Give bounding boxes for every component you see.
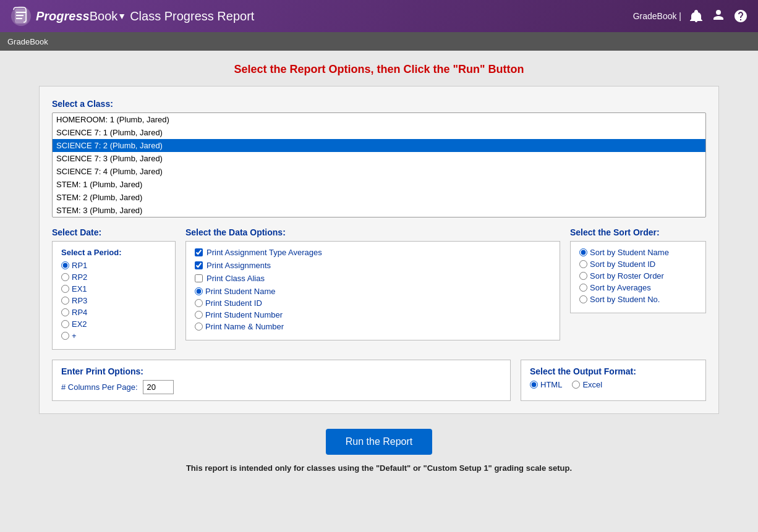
sort-order-section: Select the Sort Order: Sort by Student N… bbox=[570, 227, 706, 350]
columns-per-page-label: # Columns Per Page: bbox=[61, 382, 138, 392]
help-icon[interactable] bbox=[733, 9, 748, 23]
header-actions: GradeBook | bbox=[633, 9, 748, 23]
footer-note: This report is intended only for classes… bbox=[12, 463, 746, 473]
data-options-box: Print Assignment Type Averages Print Ass… bbox=[185, 241, 560, 340]
date-section: Select Date: Select a Period: RP1 RP2 EX… bbox=[52, 227, 176, 350]
class-option[interactable]: HOMEROOM: 1 (Plumb, Jared) bbox=[53, 113, 705, 126]
class-option[interactable]: STEM: 3 (Plumb, Jared) bbox=[53, 204, 705, 217]
period-box: Select a Period: RP1 RP2 EX1 RP3 RP4 bbox=[52, 241, 176, 350]
run-button-row: Run the Report bbox=[12, 429, 746, 455]
checkbox-print-type-avg[interactable]: Print Assignment Type Averages bbox=[195, 248, 551, 257]
period-rp2[interactable]: RP2 bbox=[61, 272, 166, 282]
radio-print-student-id[interactable]: Print Student ID bbox=[195, 298, 551, 308]
app-header: ProgressBook ▼ Class Progress Report Gra… bbox=[0, 0, 758, 32]
gradebook-link[interactable]: GradeBook | bbox=[633, 11, 681, 21]
period-rp4[interactable]: RP4 bbox=[61, 308, 166, 317]
checkbox-print-assignments-input[interactable] bbox=[195, 261, 203, 269]
period-ex2[interactable]: EX2 bbox=[61, 319, 166, 329]
sub-header-label: GradeBook bbox=[7, 37, 48, 46]
checkbox-print-assignments[interactable]: Print Assignments bbox=[195, 261, 551, 270]
sort-averages[interactable]: Sort by Averages bbox=[579, 283, 697, 292]
class-option[interactable]: SCIENCE 7: 4 (Plumb, Jared) bbox=[53, 165, 705, 178]
radio-print-student-number[interactable]: Print Student Number bbox=[195, 310, 551, 319]
sort-roster-order[interactable]: Sort by Roster Order bbox=[579, 271, 697, 281]
format-excel[interactable]: Excel bbox=[572, 380, 602, 389]
period-plus[interactable]: + bbox=[61, 331, 166, 340]
sort-order-box: Sort by Student Name Sort by Student ID … bbox=[570, 241, 706, 313]
period-rp1[interactable]: RP1 bbox=[61, 261, 166, 270]
class-option[interactable]: STEM: 2 (Plumb, Jared) bbox=[53, 191, 705, 204]
period-ex1[interactable]: EX1 bbox=[61, 284, 166, 293]
data-options-section: Select the Data Options: Print Assignmen… bbox=[185, 227, 560, 350]
nav-chevron-icon[interactable]: ▼ bbox=[117, 11, 126, 21]
class-select-section: Select a Class: HOMEROOM: 1 (Plumb, Jare… bbox=[52, 99, 706, 217]
output-format-options: HTML Excel bbox=[530, 380, 697, 392]
class-option[interactable]: SCIENCE 7: 1 (Plumb, Jared) bbox=[53, 126, 705, 139]
sort-student-name[interactable]: Sort by Student Name bbox=[579, 248, 697, 257]
sort-order-label: Select the Sort Order: bbox=[570, 227, 706, 237]
page-title: Class Progress Report bbox=[130, 9, 254, 23]
period-rp3[interactable]: RP3 bbox=[61, 296, 166, 305]
instruction-text: Select the Report Options, then Click th… bbox=[12, 63, 746, 76]
columns-per-page-input[interactable] bbox=[143, 380, 174, 394]
output-format-label: Select the Output Format: bbox=[530, 366, 697, 376]
main-content: Select the Report Options, then Click th… bbox=[0, 51, 758, 532]
print-options-box: Enter Print Options: # Columns Per Page: bbox=[52, 360, 511, 401]
progressbook-logo-icon bbox=[10, 5, 32, 27]
report-panel: Select a Class: HOMEROOM: 1 (Plumb, Jare… bbox=[39, 86, 719, 414]
print-options-label: Enter Print Options: bbox=[61, 366, 501, 376]
checkbox-print-class-alias[interactable]: Print Class Alias bbox=[195, 274, 551, 283]
notifications-icon[interactable] bbox=[689, 9, 704, 23]
logo-text: ProgressBook bbox=[36, 9, 117, 23]
logo-area: ProgressBook bbox=[10, 5, 117, 27]
sort-student-id[interactable]: Sort by Student ID bbox=[579, 260, 697, 269]
bottom-row: Enter Print Options: # Columns Per Page:… bbox=[52, 360, 706, 401]
data-options-label: Select the Data Options: bbox=[185, 227, 560, 237]
class-option[interactable]: SCIENCE 7: 2 (Plumb, Jared) bbox=[53, 139, 705, 152]
period-label: Select a Period: bbox=[61, 248, 166, 257]
class-select-label: Select a Class: bbox=[52, 99, 706, 109]
date-label: Select Date: bbox=[52, 227, 176, 237]
class-option[interactable]: STEM: 1 (Plumb, Jared) bbox=[53, 178, 705, 191]
checkbox-print-type-avg-input[interactable] bbox=[195, 248, 203, 256]
class-select-list[interactable]: HOMEROOM: 1 (Plumb, Jared) SCIENCE 7: 1 … bbox=[52, 112, 706, 217]
options-row: Select Date: Select a Period: RP1 RP2 EX… bbox=[52, 227, 706, 350]
checkbox-print-class-alias-input[interactable] bbox=[195, 274, 203, 282]
sort-student-no[interactable]: Sort by Student No. bbox=[579, 295, 697, 304]
run-report-button[interactable]: Run the Report bbox=[326, 429, 433, 455]
sub-header: GradeBook bbox=[0, 32, 758, 51]
radio-print-name-number[interactable]: Print Name & Number bbox=[195, 322, 551, 331]
columns-row: # Columns Per Page: bbox=[61, 380, 501, 394]
radio-print-student-name[interactable]: Print Student Name bbox=[195, 287, 551, 296]
user-icon[interactable] bbox=[711, 9, 726, 23]
format-html[interactable]: HTML bbox=[530, 380, 562, 389]
output-format-box: Select the Output Format: HTML Excel bbox=[521, 360, 706, 401]
class-option[interactable]: SCIENCE 7: 3 (Plumb, Jared) bbox=[53, 152, 705, 165]
